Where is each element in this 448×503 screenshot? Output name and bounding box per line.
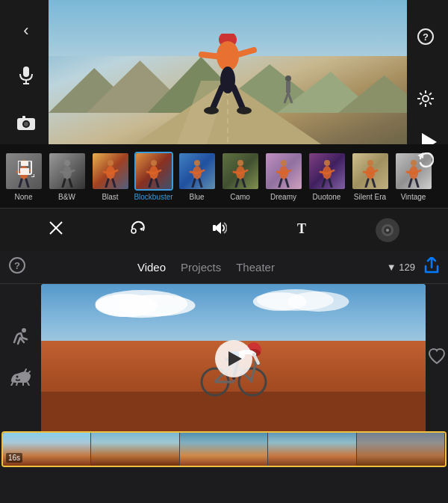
cyclist-area [41, 284, 426, 433]
svg-point-74 [281, 160, 287, 166]
library-right-icon [426, 284, 448, 433]
library-help-icon[interactable]: ? [9, 257, 25, 277]
svg-line-37 [288, 93, 292, 103]
svg-rect-35 [286, 81, 290, 93]
filter-blast[interactable]: Blast [90, 152, 131, 201]
share-icon[interactable] [424, 257, 439, 277]
svg-line-72 [236, 179, 238, 187]
timeline-frame-3 [180, 433, 268, 466]
favorites-icon[interactable] [10, 368, 32, 390]
svg-point-56 [151, 160, 157, 166]
svg-point-118 [118, 294, 195, 316]
svg-line-91 [373, 179, 375, 187]
svg-line-60 [149, 179, 152, 187]
mic-icon[interactable] [19, 67, 34, 89]
svg-point-32 [204, 107, 219, 114]
video-thumbnail[interactable] [41, 284, 426, 433]
top-editor-section: ‹ [0, 0, 448, 251]
svg-point-100 [131, 229, 136, 233]
svg-point-33 [237, 107, 252, 114]
library-left-icons [0, 284, 41, 433]
svg-line-30 [213, 87, 222, 108]
count-badge[interactable]: ▼ 129 [387, 262, 415, 273]
svg-line-27 [202, 55, 228, 58]
right-sidebar: ? [403, 0, 448, 202]
svg-line-73 [243, 179, 245, 187]
svg-line-31 [234, 87, 243, 108]
back-button[interactable]: ‹ [23, 21, 28, 40]
tab-video[interactable]: Video [137, 258, 166, 277]
timeline-frame-4 [268, 433, 356, 466]
svg-marker-102 [216, 222, 221, 234]
svg-point-5 [24, 122, 28, 126]
filter-bw[interactable]: B&W [46, 152, 87, 201]
library-content: 16s [0, 284, 448, 467]
svg-rect-0 [23, 67, 29, 77]
svg-rect-101 [213, 225, 216, 231]
video-bg [49, 0, 407, 161]
svg-text:?: ? [14, 260, 20, 271]
nav-bar: ? Video Projects Theater ▼ 129 [0, 251, 448, 284]
bottom-toolbar: T [0, 208, 448, 251]
help-icon[interactable]: ? [417, 28, 434, 49]
timeline-frame-5 [357, 433, 445, 466]
svg-rect-6 [22, 116, 25, 119]
filter-strip: None B&W Blast Blockbuster [0, 144, 448, 208]
svg-point-111 [16, 376, 18, 378]
filter-dreamy[interactable]: Dreamy [263, 152, 304, 201]
svg-line-85 [329, 179, 332, 187]
svg-line-48 [63, 179, 65, 187]
camera-icon[interactable] [17, 115, 35, 135]
filter-active-icon[interactable] [376, 218, 399, 242]
filter-camo[interactable]: Camo [220, 152, 261, 201]
svg-line-84 [323, 179, 325, 187]
tab-theater[interactable]: Theater [236, 258, 275, 277]
timeline-duration-label: 16s [6, 453, 22, 463]
cut-icon[interactable] [49, 220, 63, 239]
settings-icon[interactable] [417, 90, 434, 111]
filter-duotone[interactable]: Duotone [306, 152, 347, 201]
timeline-strip[interactable]: 16s [1, 431, 447, 467]
left-sidebar: ‹ [0, 0, 52, 202]
svg-line-90 [366, 179, 368, 187]
save-icon[interactable] [18, 161, 34, 182]
tab-projects[interactable]: Projects [181, 258, 221, 277]
svg-point-110 [22, 328, 26, 333]
svg-point-121 [287, 291, 349, 312]
svg-line-113 [16, 383, 17, 386]
svg-point-62 [194, 160, 200, 166]
svg-point-106 [386, 229, 389, 232]
filter-silentera[interactable]: Silent Era [349, 152, 391, 201]
svg-point-86 [367, 160, 373, 166]
svg-rect-9 [20, 168, 29, 174]
svg-text:?: ? [423, 31, 429, 43]
text-icon[interactable]: T [294, 220, 309, 240]
play-overlay-triangle-icon [228, 351, 242, 366]
svg-line-115 [28, 383, 29, 386]
svg-line-112 [11, 383, 13, 386]
svg-line-128 [251, 362, 256, 382]
svg-text:T: T [297, 221, 306, 236]
svg-line-55 [113, 179, 115, 187]
svg-line-66 [193, 179, 195, 187]
nav-tabs: Video Projects Theater [25, 258, 387, 277]
svg-point-80 [324, 160, 330, 166]
svg-line-78 [279, 179, 281, 187]
video-preview [49, 0, 407, 161]
nav-right-icons: ▼ 129 [387, 257, 439, 277]
moments-icon[interactable] [10, 327, 31, 353]
svg-point-44 [64, 160, 70, 166]
undo-icon[interactable] [417, 152, 434, 173]
svg-line-54 [106, 179, 108, 187]
rotate-icon[interactable] [130, 220, 145, 239]
svg-rect-8 [21, 161, 28, 166]
play-overlay[interactable] [215, 340, 252, 377]
filter-blockbuster[interactable]: Blockbuster [133, 152, 174, 201]
svg-point-14 [423, 96, 429, 102]
filter-blue[interactable]: Blue [176, 152, 217, 201]
audio-icon[interactable] [212, 220, 227, 239]
bottom-library-section: ? Video Projects Theater ▼ 129 [0, 251, 448, 503]
favorite-heart-icon[interactable] [428, 348, 446, 369]
svg-line-79 [286, 179, 288, 187]
svg-point-68 [237, 160, 243, 166]
